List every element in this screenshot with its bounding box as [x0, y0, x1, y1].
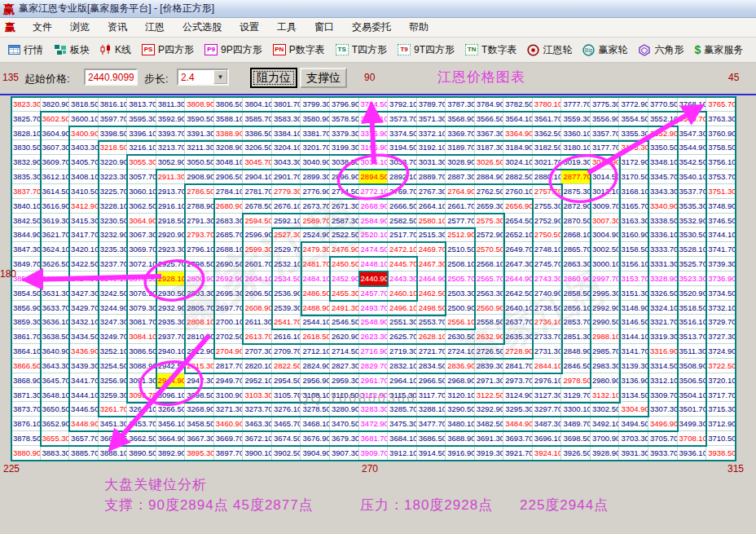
step-select[interactable]: 2.4 ▼ [177, 68, 229, 86]
toolbar-p-number[interactable]: PN P数字表 [273, 43, 325, 57]
grid-cell: 3086.50 [127, 344, 156, 359]
start-price-input[interactable] [84, 68, 138, 86]
grid-cell: 3369.70 [446, 126, 475, 141]
grid-cell: 3012.10 [591, 184, 620, 199]
menu-formula-stockpick[interactable]: 公式选股 [174, 18, 231, 37]
grid-cell: 3818.50 [69, 97, 99, 112]
grid-cell: 3650.50 [41, 402, 70, 417]
grid-cell: 3225.70 [99, 184, 128, 199]
menu-file[interactable]: 文件 [24, 18, 61, 37]
grid-cell: 2916.10 [156, 199, 186, 214]
grid-cell: 2968.90 [446, 373, 475, 388]
menu-trade[interactable]: 交易委托 [343, 18, 400, 37]
grid-cell: 2716.90 [359, 344, 389, 359]
grid-cell: 3129.70 [561, 388, 591, 403]
toolbar-sectors[interactable]: 板块 [54, 43, 90, 57]
grid-cell: 2884.90 [475, 170, 504, 184]
grid-cell-key: 2877.70 [561, 170, 591, 184]
grid-cell: 2704.90 [214, 344, 244, 359]
grid-cell: 3376.90 [359, 126, 389, 141]
grid-cell: 2577.70 [446, 214, 475, 228]
support-button[interactable]: 支撑位 [300, 68, 347, 88]
grid-cell: 3672.10 [243, 431, 272, 446]
grid-cell: 3300.10 [561, 402, 591, 417]
grid-cell: 3446.50 [69, 402, 99, 417]
menu-browse[interactable]: 浏览 [61, 18, 99, 37]
toolbar-winner-service[interactable]: $ 赢家服务 [694, 43, 743, 57]
grid-cell: 3060.10 [127, 184, 156, 199]
grid-cell: 3194.50 [388, 140, 417, 155]
grid-cell: 2714.50 [330, 344, 359, 359]
grid-cell: 2956.90 [301, 373, 330, 388]
menu-gann[interactable]: 江恩 [136, 18, 174, 37]
grid-cell: 3204.10 [272, 140, 301, 155]
toolbar-p-square[interactable]: PS P四方形 [142, 43, 194, 57]
grid-cell: 3422.50 [69, 257, 99, 271]
grid-cell: 3640.90 [41, 344, 70, 359]
grid-cell: 3861.70 [11, 329, 41, 344]
winner-wheel-icon: Big [582, 44, 595, 56]
grid-cell: 3237.70 [99, 257, 128, 271]
grid-cell: 3439.30 [69, 359, 99, 373]
grid-cell: 3832.90 [11, 155, 41, 170]
menu-tools[interactable]: 工具 [268, 18, 305, 37]
toolbar-market[interactable]: 行情 [8, 43, 43, 57]
menu-news[interactable]: 资讯 [99, 18, 136, 37]
grid-cell: 3220.90 [99, 155, 128, 170]
grid-cell: 3636.10 [41, 315, 70, 329]
title-bar: 赢 赢家江恩专业版[赢家服务平台] - [价格正方形] [0, 0, 756, 18]
grid-cell: 3784.90 [475, 97, 504, 112]
toolbar-t-square[interactable]: TS T四方形 [336, 43, 387, 57]
grid-cell: 3712.90 [706, 417, 736, 431]
grid-cell: 3897.70 [214, 446, 244, 461]
menu-settings[interactable]: 设置 [231, 18, 268, 37]
grid-cell: 3552.10 [648, 112, 678, 126]
grid-cell: 3388.90 [214, 126, 244, 141]
grid-cell: 3403.30 [69, 140, 99, 155]
grid-cell: 3232.90 [99, 227, 128, 242]
menu-help[interactable]: 帮助 [400, 18, 437, 37]
grid-cell: 3312.10 [648, 373, 678, 388]
toolbar-label: T数字表 [481, 43, 516, 57]
grid-cell: 2865.70 [561, 242, 591, 257]
resistance-button[interactable]: 阻力位 [250, 68, 297, 88]
grid-cell: 3074.50 [127, 271, 156, 286]
grid-cell: 2661.70 [446, 199, 475, 214]
toolbar-hexagon[interactable]: 六角形 [638, 43, 683, 57]
grid-cell: 2486.50 [301, 286, 330, 301]
chevron-down-icon[interactable]: ▼ [213, 70, 227, 84]
grid-cell: 2580.10 [417, 214, 446, 228]
grid-cell: 3588.10 [214, 112, 244, 126]
grid-cell: 3400.90 [69, 126, 99, 141]
grid-cell: 2448.10 [359, 257, 389, 271]
grid-cell: 2709.70 [272, 344, 301, 359]
grid-cell: 3520.90 [678, 286, 707, 301]
grid-cell: 3302.50 [591, 402, 620, 417]
grid-cell: 3820.90 [41, 97, 70, 112]
grid-cell: 2988.10 [591, 329, 620, 344]
grid-cell: 2493.70 [359, 301, 389, 316]
grid-cell: 3907.30 [330, 446, 359, 461]
grid-cell: 3463.30 [243, 417, 272, 431]
toolbar-9t-square[interactable]: T9 9T四方形 [398, 43, 455, 57]
grid-cell: 2611.30 [243, 315, 272, 329]
toolbar-t-number[interactable]: TN T数字表 [465, 43, 516, 57]
grid-cell: 3813.70 [127, 97, 156, 112]
grid-cell: 2548.90 [359, 315, 389, 329]
step-value: 2.4 [178, 70, 213, 84]
toolbar-kline[interactable]: K线 [100, 43, 131, 57]
kline-icon [100, 44, 112, 55]
grid-cell: 3477.70 [417, 417, 446, 431]
grid-cell: 3501.70 [678, 402, 707, 417]
grid-cell: 3787.30 [446, 97, 475, 112]
grid-cell: 2752.90 [533, 214, 562, 228]
menu-window[interactable]: 窗口 [305, 18, 343, 37]
grid-cell: 3880.90 [11, 446, 41, 461]
gann-square-panel: 3823.303820.903818.503816.103813.703811.… [11, 97, 736, 461]
grid-cell: 2491.30 [330, 301, 359, 316]
grid-cell: 3664.90 [156, 431, 186, 446]
toolbar-9p-square[interactable]: P9 9P四方形 [204, 43, 262, 57]
toolbar-gann-wheel[interactable]: 江恩轮 [527, 43, 572, 57]
svg-text:Big: Big [585, 47, 593, 54]
toolbar-winner-wheel[interactable]: Big 赢家轮 [582, 43, 627, 57]
